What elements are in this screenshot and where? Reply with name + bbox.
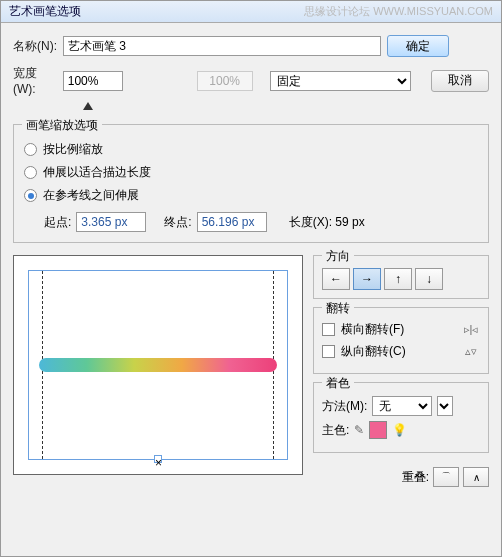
guides-params-row: 起点: 终点: 长度(X): 59 px	[44, 212, 478, 232]
keycolor-swatch[interactable]	[369, 421, 387, 439]
name-input[interactable]	[63, 36, 381, 56]
method-row: 方法(M): 无	[322, 396, 480, 416]
end-label: 终点:	[164, 214, 191, 231]
radio-stretch-guides[interactable]: 在参考线之间伸展	[24, 187, 478, 204]
direction-group: 方向 ← → ↑ ↓	[313, 255, 489, 299]
radio-label: 伸展以适合描边长度	[43, 164, 151, 181]
keycolor-label: 主色:	[322, 422, 349, 439]
flip-v-icon: ▵▿	[462, 345, 480, 358]
preview-inner: ×	[28, 270, 288, 460]
radio-stretch-fit[interactable]: 伸展以适合描边长度	[24, 164, 478, 181]
radio-icon	[24, 189, 37, 202]
width-fixed-display: 100%	[197, 71, 253, 91]
flip-h-label: 横向翻转(F)	[341, 321, 404, 338]
flip-vertical-row[interactable]: 纵向翻转(C) ▵▿	[322, 343, 480, 360]
direction-legend: 方向	[322, 248, 354, 265]
scale-options-group: 画笔缩放选项 按比例缩放 伸展以适合描边长度 在参考线之间伸展 起点: 终点:	[13, 124, 489, 243]
dir-right-button[interactable]: →	[353, 268, 381, 290]
dialog-content: 名称(N): 确定 宽度(W): 100% 固定 取消 画笔缩放选项 按比例缩放…	[1, 23, 501, 499]
flip-legend: 翻转	[322, 300, 354, 317]
brush-preview-stroke	[39, 358, 277, 372]
radio-label: 在参考线之间伸展	[43, 187, 139, 204]
overlap-on-button[interactable]: ∧	[463, 467, 489, 487]
colorize-group: 着色 方法(M): 无 主色: ✎ 💡	[313, 382, 489, 453]
radio-proportional[interactable]: 按比例缩放	[24, 141, 478, 158]
dir-left-button[interactable]: ←	[322, 268, 350, 290]
preview-box: ×	[13, 255, 303, 475]
overlap-row: 重叠: ⌒ ∧	[313, 467, 489, 487]
keycolor-row: 主色: ✎ 💡	[322, 421, 480, 439]
width-label: 宽度(W):	[13, 65, 57, 96]
radio-icon	[24, 166, 37, 179]
name-row: 名称(N): 确定	[13, 35, 489, 57]
titlebar: 艺术画笔选项 思缘设计论坛 WWW.MISSYUAN.COM	[1, 1, 501, 23]
eyedropper-icon[interactable]: ✎	[354, 423, 364, 437]
tips-icon[interactable]: 💡	[392, 423, 407, 437]
radio-label: 按比例缩放	[43, 141, 103, 158]
lower-section: × 方向 ← → ↑ ↓ 翻转	[13, 255, 489, 487]
anchor-mid[interactable]: ×	[154, 455, 162, 463]
method-label: 方法(M):	[322, 398, 367, 415]
dialog: 艺术画笔选项 思缘设计论坛 WWW.MISSYUAN.COM 名称(N): 确定…	[0, 0, 502, 557]
watermark-text: 思缘设计论坛 WWW.MISSYUAN.COM	[304, 4, 493, 19]
flip-group: 翻转 横向翻转(F) ▹|◃ 纵向翻转(C) ▵▿	[313, 307, 489, 374]
colorize-legend: 着色	[322, 375, 354, 392]
direction-buttons: ← → ↑ ↓	[322, 268, 480, 290]
dir-up-button[interactable]: ↑	[384, 268, 412, 290]
method-dropdown-btn[interactable]	[437, 396, 453, 416]
width-input[interactable]	[63, 71, 123, 91]
flip-v-label: 纵向翻转(C)	[341, 343, 406, 360]
name-label: 名称(N):	[13, 38, 57, 55]
preview-area: ×	[13, 255, 303, 487]
right-column: 方向 ← → ↑ ↓ 翻转 横向翻转(F) ▹|◃	[313, 255, 489, 487]
width-slider-handle[interactable]	[83, 102, 93, 110]
width-row: 宽度(W): 100% 固定 取消	[13, 65, 489, 96]
start-input[interactable]	[76, 212, 146, 232]
flip-h-icon: ▹|◃	[462, 323, 480, 336]
method-select[interactable]: 无	[372, 396, 432, 416]
width-mode-select[interactable]: 固定	[270, 71, 411, 91]
scale-legend: 画笔缩放选项	[22, 117, 102, 134]
overlap-none-button[interactable]: ⌒	[433, 467, 459, 487]
length-label: 长度(X): 59 px	[289, 214, 365, 231]
dialog-title: 艺术画笔选项	[9, 3, 81, 20]
radio-icon	[24, 143, 37, 156]
overlap-label: 重叠:	[402, 469, 429, 486]
checkbox-icon	[322, 345, 335, 358]
cancel-button[interactable]: 取消	[431, 70, 489, 92]
dir-down-button[interactable]: ↓	[415, 268, 443, 290]
ok-button[interactable]: 确定	[387, 35, 449, 57]
checkbox-icon	[322, 323, 335, 336]
flip-horizontal-row[interactable]: 横向翻转(F) ▹|◃	[322, 321, 480, 338]
start-label: 起点:	[44, 214, 71, 231]
end-input[interactable]	[197, 212, 267, 232]
